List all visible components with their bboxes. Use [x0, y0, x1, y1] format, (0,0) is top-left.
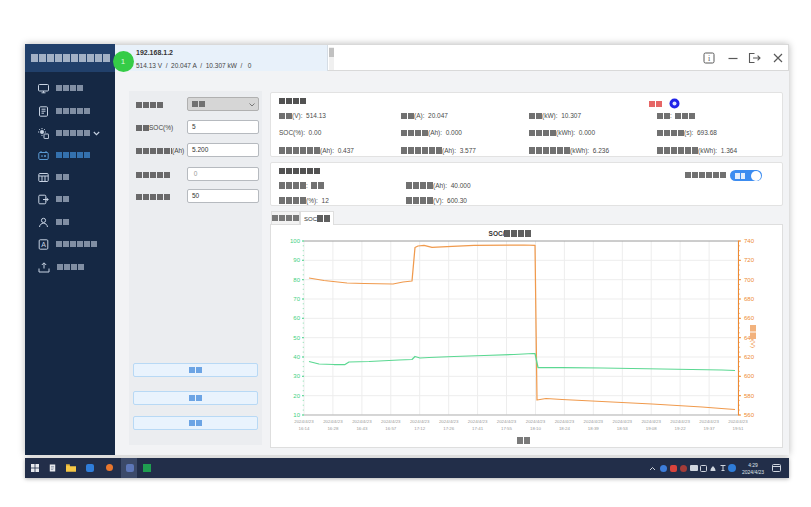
svg-text:17:55: 17:55 — [501, 426, 513, 431]
svg-text:60: 60 — [293, 315, 300, 321]
svg-text:2024/4/23: 2024/4/23 — [439, 419, 459, 424]
svg-text:90: 90 — [293, 257, 300, 263]
svg-text:2024/4/23: 2024/4/23 — [584, 419, 604, 424]
svg-text:2024/4/23: 2024/4/23 — [381, 419, 401, 424]
svg-text:19:51: 19:51 — [733, 426, 745, 431]
svg-text:2024/4/23: 2024/4/23 — [555, 419, 575, 424]
svg-text:19:08: 19:08 — [646, 426, 658, 431]
svg-text:740: 740 — [744, 238, 755, 244]
svg-text:16:14: 16:14 — [299, 426, 311, 431]
svg-text:2024/4/23: 2024/4/23 — [468, 419, 488, 424]
svg-text:10: 10 — [293, 412, 300, 418]
svg-text:2024/4/23: 2024/4/23 — [294, 419, 314, 424]
svg-text:18:39: 18:39 — [588, 426, 600, 431]
svg-text:2024/4/23: 2024/4/23 — [670, 419, 690, 424]
svg-text:2024/4/23: 2024/4/23 — [410, 419, 430, 424]
svg-text:30: 30 — [293, 373, 300, 379]
svg-text:50: 50 — [293, 335, 300, 341]
svg-text:18:53: 18:53 — [617, 426, 629, 431]
svg-text:17:41: 17:41 — [472, 426, 484, 431]
svg-text:2024/4/23: 2024/4/23 — [497, 419, 517, 424]
svg-text:70: 70 — [293, 296, 300, 302]
svg-text:80: 80 — [293, 277, 300, 283]
svg-text:2024/4/23: 2024/4/23 — [352, 419, 372, 424]
svg-text:2024/4/23: 2024/4/23 — [323, 419, 343, 424]
svg-text:18:10: 18:10 — [530, 426, 542, 431]
svg-text:16:28: 16:28 — [327, 426, 339, 431]
svg-text:40: 40 — [293, 354, 300, 360]
svg-text:600: 600 — [744, 373, 755, 379]
svg-text:560: 560 — [744, 412, 755, 418]
svg-text:620: 620 — [744, 354, 755, 360]
svg-text:2024/4/23: 2024/4/23 — [699, 419, 719, 424]
svg-text:19:37: 19:37 — [704, 426, 716, 431]
svg-text:17:12: 17:12 — [414, 426, 426, 431]
svg-text:700: 700 — [744, 277, 755, 283]
svg-text:2024/4/23: 2024/4/23 — [728, 419, 748, 424]
svg-text:580: 580 — [744, 393, 755, 399]
svg-text:680: 680 — [744, 296, 755, 302]
svg-text:(V): (V) — [750, 340, 756, 348]
svg-text:16:43: 16:43 — [356, 426, 368, 431]
svg-text:16:57: 16:57 — [385, 426, 397, 431]
svg-text:18:24: 18:24 — [559, 426, 571, 431]
svg-text:720: 720 — [744, 257, 755, 263]
svg-text:100: 100 — [290, 238, 301, 244]
svg-text:19:22: 19:22 — [675, 426, 687, 431]
svg-text:2024/4/23: 2024/4/23 — [641, 419, 661, 424]
svg-text:660: 660 — [744, 315, 755, 321]
svg-text:i: i — [708, 54, 711, 63]
svg-text:17:26: 17:26 — [443, 426, 455, 431]
svg-text:2024/4/23: 2024/4/23 — [613, 419, 633, 424]
svg-text:A: A — [41, 241, 46, 248]
svg-text:20: 20 — [293, 393, 300, 399]
svg-text:2024/4/23: 2024/4/23 — [526, 419, 546, 424]
